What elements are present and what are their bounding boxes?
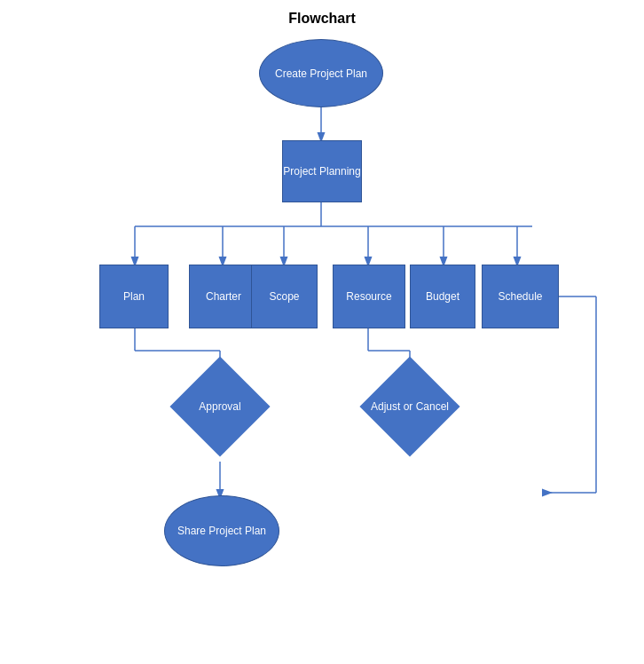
charter-shape: Charter — [189, 265, 258, 328]
resource-label: Resource — [346, 290, 391, 303]
resource-shape: Resource — [333, 265, 405, 328]
flowchart-canvas: Flowchart — [0, 0, 644, 664]
scope-label: Scope — [269, 290, 299, 303]
schedule-label: Schedule — [498, 290, 542, 303]
chart-title: Flowchart — [0, 11, 644, 27]
project-planning-shape: Project Planning — [282, 140, 362, 202]
create-project-plan-label: Create Project Plan — [275, 67, 367, 80]
budget-shape: Budget — [410, 265, 475, 328]
share-project-plan-shape: Share Project Plan — [164, 495, 279, 566]
approval-label: Approval — [173, 371, 267, 442]
charter-label: Charter — [206, 290, 241, 303]
share-project-plan-label: Share Project Plan — [177, 525, 266, 537]
project-planning-label: Project Planning — [283, 165, 360, 178]
scope-shape: Scope — [251, 265, 318, 328]
create-project-plan-shape: Create Project Plan — [259, 39, 383, 107]
adjust-cancel-label: Adjust or Cancel — [363, 371, 457, 442]
plan-label: Plan — [123, 290, 145, 303]
plan-shape: Plan — [99, 265, 169, 328]
schedule-shape: Schedule — [482, 265, 559, 328]
budget-label: Budget — [426, 290, 459, 303]
